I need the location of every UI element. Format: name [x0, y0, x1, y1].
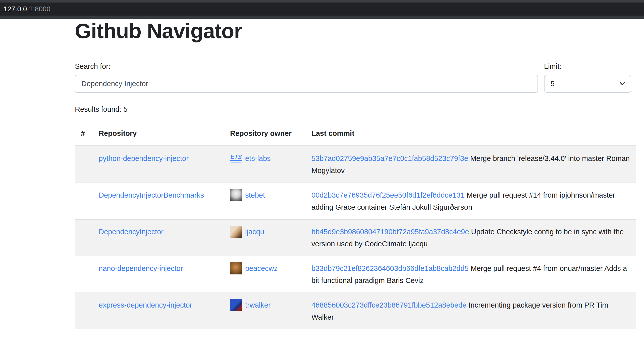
search-field-group: Search for: — [75, 61, 538, 93]
commit-message: Incrementing package version from PR — [468, 301, 594, 309]
chevron-down-icon — [619, 80, 626, 87]
search-label: Search for: — [75, 61, 538, 72]
browser-url-bar[interactable]: 127.0.0.1:8000 — [0, 3, 644, 16]
browser-chrome: 127.0.0.1:8000 — [0, 0, 644, 19]
commit-hash-link[interactable]: 468856003c273dffce23b86791fbbe512a8ebede — [311, 301, 466, 309]
committer-name: Stefán Jökull Sigurðarson — [389, 203, 472, 211]
limit-field-group: Limit: 5 — [544, 61, 631, 93]
url-port: :8000 — [33, 5, 50, 13]
row-index — [75, 256, 93, 293]
browser-tab-strip — [0, 0, 644, 3]
repository-link[interactable]: DependencyInjectorBenchmarks — [99, 191, 204, 199]
row-index — [75, 183, 93, 219]
column-header-owner: Repository owner — [224, 121, 305, 146]
results-count: Results found: 5 — [75, 104, 636, 115]
owner-avatar: ETS — [230, 152, 242, 164]
owner-avatar — [230, 189, 242, 201]
commit-hash-link[interactable]: b33db79c21ef8262364603db66dfe1ab8cab2dd5 — [311, 264, 469, 272]
owner-link[interactable]: trwalker — [245, 299, 271, 311]
committer-name: Baris Ceviz — [387, 276, 424, 284]
owner-link[interactable]: ljacqu — [245, 226, 264, 238]
column-header-commit: Last commit — [305, 121, 636, 146]
owner-avatar — [230, 262, 242, 274]
owner-link[interactable]: peacecwz — [245, 262, 278, 274]
table-row: DependencyInjector ljacqu bb45d9e3b98608… — [75, 219, 636, 256]
table-row: express-dependency-injector trwalker 468… — [75, 293, 636, 329]
commit-hash-link[interactable]: bb45d9e3b98608047190bf72a95fa9a37d8c4e9e — [311, 228, 469, 236]
limit-selected-value: 5 — [551, 80, 555, 88]
row-index — [75, 219, 93, 256]
owner-link[interactable]: stebet — [245, 189, 265, 201]
repository-link[interactable]: python-dependency-injector — [99, 154, 189, 162]
committer-name: ljacqu — [409, 240, 428, 248]
owner-avatar — [230, 299, 242, 311]
url-host: 127.0.0.1 — [4, 5, 33, 13]
repository-link[interactable]: express-dependency-injector — [99, 301, 192, 309]
results-table: # Repository Repository owner Last commi… — [75, 121, 636, 329]
owner-link[interactable]: ets-labs — [245, 152, 271, 164]
row-index — [75, 146, 93, 183]
page-title: Github Navigator — [75, 19, 636, 43]
column-header-index: # — [75, 121, 93, 146]
limit-select[interactable]: 5 — [544, 75, 631, 93]
repository-link[interactable]: DependencyInjector — [99, 228, 164, 236]
search-input[interactable] — [75, 75, 538, 93]
commit-hash-link[interactable]: 00d2b3c7e76935d76f25ee50f6d1f2ef6ddce131 — [311, 191, 465, 199]
browser-chrome-divider — [0, 16, 644, 19]
column-header-repository: Repository — [93, 121, 224, 146]
table-row: nano-dependency-injector peacecwz b33db7… — [75, 256, 636, 293]
ets-logo-text: ETS — [230, 154, 242, 161]
owner-avatar — [230, 226, 242, 238]
limit-label: Limit: — [544, 61, 631, 72]
repository-link[interactable]: nano-dependency-injector — [99, 264, 183, 272]
search-form: Search for: Limit: 5 — [75, 61, 631, 93]
row-index — [75, 293, 93, 329]
commit-message: Merge branch 'release/3.44.0' into maste… — [470, 154, 604, 162]
commit-hash-link[interactable]: 53b7ad02759e9ab35a7e7c0c1fab58d523c79f3e — [311, 154, 468, 162]
main-content: Github Navigator Search for: Limit: 5 Re… — [75, 19, 636, 329]
table-row: python-dependency-injector ETS ets-labs … — [75, 146, 636, 183]
table-row: DependencyInjectorBenchmarks stebet 00d2… — [75, 183, 636, 219]
table-header-row: # Repository Repository owner Last commi… — [75, 121, 636, 146]
